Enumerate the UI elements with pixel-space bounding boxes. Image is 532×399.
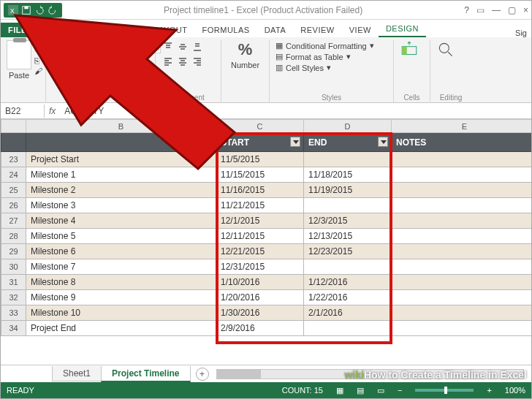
cell-activity[interactable]: Milestone 6	[26, 244, 216, 259]
header-start[interactable]: START	[216, 133, 304, 152]
bold-button[interactable]: B	[52, 55, 65, 68]
row-header[interactable]: 25	[1, 183, 26, 198]
cell-end[interactable]	[304, 321, 392, 336]
maximize-icon[interactable]: ▢	[508, 5, 516, 15]
cell-end[interactable]	[304, 198, 392, 213]
font-color-button[interactable]: A	[132, 55, 145, 68]
cell-notes[interactable]	[392, 259, 532, 275]
conditional-formatting-button[interactable]: ▦Conditional Formatting ▾	[276, 40, 387, 51]
cell-start[interactable]: 11/5/2015	[216, 152, 304, 167]
copy-icon[interactable]: ⎘	[34, 56, 42, 65]
cell-end[interactable]: 12/13/2015	[304, 229, 392, 244]
view-break-icon[interactable]: ▭	[377, 386, 384, 395]
cell-notes[interactable]	[392, 321, 532, 336]
cell-activity[interactable]: Milestone 9	[26, 290, 216, 305]
cell-notes[interactable]	[392, 229, 532, 244]
col-header-e[interactable]: E	[392, 120, 532, 133]
col-header-b[interactable]: B	[26, 120, 216, 133]
cell-start[interactable]: 12/1/2015	[216, 213, 304, 229]
col-header-c[interactable]: C	[216, 120, 304, 133]
header-end[interactable]: END	[304, 133, 392, 152]
view-normal-icon[interactable]: ▦	[336, 386, 343, 395]
tab-formulas[interactable]: FORMULAS	[195, 23, 257, 37]
zoom-out-icon[interactable]: −	[398, 386, 402, 395]
cell-styles-button[interactable]: ▥Cell Styles ▾	[276, 62, 387, 73]
view-page-icon[interactable]: ▤	[357, 386, 364, 395]
italic-button[interactable]: I	[68, 55, 81, 68]
cell-activity[interactable]: Milestone 2	[26, 183, 216, 198]
cell-start[interactable]: 11/15/2015	[216, 167, 304, 183]
ribbon-display-icon[interactable]: ▭	[476, 5, 484, 15]
align-left-icon[interactable]	[162, 55, 175, 68]
cell-notes[interactable]	[392, 305, 532, 321]
cell-activity[interactable]: Milestone 7	[26, 259, 216, 275]
name-box[interactable]: B22	[1, 104, 45, 118]
editing-icon[interactable]	[436, 40, 455, 59]
formula-input[interactable]: ACTIVITY	[60, 104, 108, 118]
add-sheet-icon[interactable]: +	[196, 368, 209, 381]
horizontal-scrollbar[interactable]	[216, 369, 524, 379]
align-bottom-icon[interactable]	[191, 40, 204, 53]
tab-page-layout[interactable]: PAGE LAYOUT	[121, 23, 195, 37]
format-painter-icon[interactable]: 🖌	[34, 66, 42, 75]
row-header[interactable]: 28	[1, 229, 26, 244]
cell-activity[interactable]: Project Start	[26, 152, 216, 167]
cell-start[interactable]: 12/11/2015	[216, 229, 304, 244]
tab-data[interactable]: DATA	[257, 23, 294, 37]
cell-end[interactable]: 1/22/2016	[304, 290, 392, 305]
fill-color-button[interactable]: ◧	[116, 55, 129, 68]
row-header[interactable]: 31	[1, 275, 26, 290]
increase-font-icon[interactable]: A↑	[138, 40, 148, 53]
percent-icon[interactable]: %	[238, 40, 253, 59]
minimize-icon[interactable]: —	[492, 5, 501, 15]
sign-in[interactable]: Sig	[515, 28, 527, 37]
filter-icon[interactable]	[202, 137, 213, 147]
row-header[interactable]: 24	[1, 167, 26, 183]
cell-start[interactable]: 11/21/2015	[216, 198, 304, 213]
sheet-tab-sheet1[interactable]: Sheet1	[52, 366, 102, 381]
tab-insert[interactable]: INSERT	[75, 23, 121, 37]
redo-icon[interactable]	[48, 5, 58, 15]
header-activity[interactable]	[26, 133, 216, 152]
zoom-in-icon[interactable]: +	[487, 386, 491, 395]
paste-icon[interactable]	[7, 40, 31, 69]
align-middle-icon[interactable]	[176, 40, 189, 53]
cell-activity[interactable]: Milestone 8	[26, 275, 216, 290]
cell-notes[interactable]	[392, 244, 532, 259]
spreadsheet-grid[interactable]: B C D E START END NOTES 23Project Start1…	[1, 119, 531, 365]
cell-notes[interactable]	[392, 152, 532, 167]
row-header[interactable]: 32	[1, 290, 26, 305]
cell-end[interactable]: 12/3/2015	[304, 213, 392, 229]
format-as-table-button[interactable]: ▤Format as Table ▾	[276, 51, 387, 62]
font-size-select[interactable]	[113, 40, 135, 53]
cell-end[interactable]: 1/12/2016	[304, 275, 392, 290]
row-header[interactable]: 27	[1, 213, 26, 229]
cell-end[interactable]: 11/19/2015	[304, 183, 392, 198]
tab-view[interactable]: VIEW	[342, 23, 379, 37]
cell-activity[interactable]: Milestone 5	[26, 229, 216, 244]
row-header[interactable]: 33	[1, 305, 26, 321]
filter-icon[interactable]	[290, 137, 300, 147]
cell-end[interactable]: 2/1/2016	[304, 305, 392, 321]
close-icon[interactable]: ×	[523, 5, 528, 15]
row-header[interactable]: 34	[1, 321, 26, 336]
cell-activity[interactable]: Project End	[26, 321, 216, 336]
cell-notes[interactable]	[392, 290, 532, 305]
cell-notes[interactable]	[392, 198, 532, 213]
header-notes[interactable]: NOTES	[392, 133, 532, 152]
col-header-d[interactable]: D	[304, 120, 392, 133]
cell-start[interactable]: 1/20/2016	[216, 290, 304, 305]
tab-home[interactable]: HOME	[34, 23, 75, 37]
help-icon[interactable]: ?	[464, 5, 469, 15]
save-icon[interactable]	[21, 5, 31, 15]
cell-activity[interactable]: Milestone 10	[26, 305, 216, 321]
row-header[interactable]: 29	[1, 244, 26, 259]
cell-activity[interactable]: Milestone 1	[26, 167, 216, 183]
cell-start[interactable]: 12/31/2015	[216, 259, 304, 275]
cell-notes[interactable]	[392, 183, 532, 198]
cell-end[interactable]	[304, 152, 392, 167]
cell-activity[interactable]: Milestone 4	[26, 213, 216, 229]
tab-design[interactable]: DESIGN	[379, 21, 426, 37]
align-center-icon[interactable]	[176, 55, 189, 68]
cell-end[interactable]	[304, 259, 392, 275]
